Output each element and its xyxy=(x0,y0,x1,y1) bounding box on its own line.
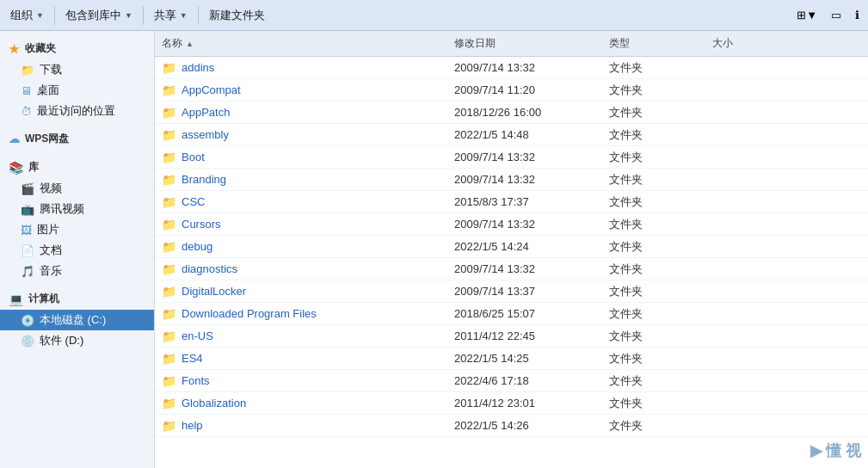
file-list[interactable]: 📁 addins 2009/7/14 13:32 文件夹 📁 AppCompat… xyxy=(155,57,868,468)
table-row[interactable]: 📁 DigitalLocker 2009/7/14 13:37 文件夹 xyxy=(155,280,868,303)
tencent-icon: 📺 xyxy=(21,203,34,216)
file-name-cell: 📁 addins xyxy=(155,61,447,75)
organize-button[interactable]: 组织 ▼ xyxy=(3,4,51,27)
share-button[interactable]: 共享 ▼ xyxy=(147,4,194,27)
table-row[interactable]: 📁 CSC 2015/8/3 17:37 文件夹 xyxy=(155,191,868,213)
col-header-size[interactable]: 大小 xyxy=(705,34,868,52)
view-info-button[interactable]: ℹ xyxy=(850,5,865,25)
file-name-cell: 📁 help xyxy=(155,419,447,433)
file-date-cell: 2022/1/5 14:24 xyxy=(447,240,602,253)
file-name: debug xyxy=(182,240,212,253)
table-row[interactable]: 📁 help 2022/1/5 14:26 文件夹 xyxy=(155,415,868,437)
sidebar-item-recent[interactable]: ⏱ 最近访问的位置 xyxy=(0,101,154,121)
file-type-cell: 文件夹 xyxy=(602,396,705,411)
file-date-cell: 2009/7/14 13:32 xyxy=(447,151,602,163)
include-label: 包含到库中 xyxy=(65,8,121,23)
file-date-cell: 2009/7/14 13:37 xyxy=(447,285,602,298)
table-row[interactable]: 📁 en-US 2011/4/12 22:45 文件夹 xyxy=(155,325,868,348)
sidebar-item-video[interactable]: 🎬 视频 xyxy=(0,178,154,199)
sidebar-computer-section: 💻 计算机 💿 本地磁盘 (C:) 💿 软件 (D:) xyxy=(0,288,154,351)
table-row[interactable]: 📁 addins 2009/7/14 13:32 文件夹 xyxy=(155,57,868,79)
sidebar-library-section: 📚 库 🎬 视频 📺 腾讯视频 🖼 图片 📄 文档 🎵 音乐 xyxy=(0,157,154,281)
file-date-cell: 2018/12/26 16:00 xyxy=(447,106,602,119)
table-row[interactable]: 📁 diagnostics 2009/7/14 13:32 文件夹 xyxy=(155,258,868,280)
folder-icon: 📁 xyxy=(21,64,34,77)
file-type-cell: 文件夹 xyxy=(602,83,705,98)
new-folder-button[interactable]: 新建文件夹 xyxy=(202,4,272,27)
col-header-date[interactable]: 修改日期 xyxy=(447,34,602,52)
sidebar-item-music[interactable]: 🎵 音乐 xyxy=(0,261,154,281)
sidebar-library-label: 库 xyxy=(28,160,39,175)
table-row[interactable]: 📁 Boot 2009/7/14 13:32 文件夹 xyxy=(155,146,868,169)
table-row[interactable]: 📁 debug 2022/1/5 14:24 文件夹 xyxy=(155,236,868,258)
file-name-cell: 📁 Boot xyxy=(155,151,447,164)
sort-arrow-name: ▲ xyxy=(186,40,194,48)
file-date-cell: 2018/6/25 15:07 xyxy=(447,307,602,320)
organize-label: 组织 xyxy=(10,8,33,23)
table-row[interactable]: 📁 Cursors 2009/7/14 13:32 文件夹 xyxy=(155,213,868,236)
sidebar-item-local-disk[interactable]: 💿 本地磁盘 (C:) xyxy=(0,310,154,330)
sidebar-item-desktop[interactable]: 🖥 桌面 xyxy=(0,80,154,101)
table-row[interactable]: 📁 Branding 2009/7/14 13:32 文件夹 xyxy=(155,169,868,191)
file-name: Globalization xyxy=(182,397,246,410)
sidebar-item-download[interactable]: 📁 下载 xyxy=(0,59,154,80)
table-row[interactable]: 📁 Globalization 2011/4/12 23:01 文件夹 xyxy=(155,392,868,415)
sidebar-computer-label: 计算机 xyxy=(28,292,59,306)
table-row[interactable]: 📁 AppPatch 2018/12/26 16:00 文件夹 xyxy=(155,102,868,124)
folder-icon: 📁 xyxy=(162,397,176,410)
folder-icon: 📁 xyxy=(162,329,176,343)
file-type-cell: 文件夹 xyxy=(602,150,705,165)
file-type-cell: 文件夹 xyxy=(602,217,705,232)
file-date-cell: 2009/7/14 13:32 xyxy=(447,61,602,74)
file-type-cell: 文件夹 xyxy=(602,418,705,434)
file-name: AppPatch xyxy=(182,106,230,119)
local-disk-icon: 💿 xyxy=(21,314,34,327)
view-grid-button[interactable]: ⊞ ▼ xyxy=(791,5,822,25)
include-chevron: ▼ xyxy=(125,11,132,20)
file-name-cell: 📁 Cursors xyxy=(155,218,447,231)
folder-icon: 📁 xyxy=(162,374,176,388)
col-header-name[interactable]: 名称 ▲ xyxy=(155,34,447,52)
file-date-cell: 2015/8/3 17:37 xyxy=(447,195,602,208)
sidebar-item-software-disk[interactable]: 💿 软件 (D:) xyxy=(0,330,154,351)
folder-icon: 📁 xyxy=(162,61,176,75)
folder-icon: 📁 xyxy=(162,173,176,187)
table-row[interactable]: 📁 AppCompat 2009/7/14 11:20 文件夹 xyxy=(155,79,868,102)
file-name: Fonts xyxy=(182,374,210,387)
file-name: diagnostics xyxy=(182,262,237,275)
toolbar-sep-1 xyxy=(54,6,55,25)
file-name: AppCompat xyxy=(182,83,241,96)
sidebar-favorites-header[interactable]: ★ 收藏夹 xyxy=(0,38,154,59)
sidebar-recent-label: 最近访问的位置 xyxy=(37,103,115,119)
sidebar-favorites-label: 收藏夹 xyxy=(25,41,56,56)
folder-icon: 📁 xyxy=(162,218,176,231)
file-name-cell: 📁 CSC xyxy=(155,195,447,209)
table-row[interactable]: 📁 Downloaded Program Files 2018/6/25 15:… xyxy=(155,303,868,325)
file-name-cell: 📁 Branding xyxy=(155,173,447,187)
sidebar-wps-header[interactable]: ☁ WPS网盘 xyxy=(0,128,154,150)
sidebar-local-disk-label: 本地磁盘 (C:) xyxy=(40,312,106,328)
view-pane-button[interactable]: ▭ xyxy=(826,5,846,25)
toolbar: 组织 ▼ 包含到库中 ▼ 共享 ▼ 新建文件夹 ⊞ ▼ ▭ ℹ xyxy=(0,0,868,31)
sidebar-item-pictures[interactable]: 🖼 图片 xyxy=(0,219,154,240)
folder-icon: 📁 xyxy=(162,106,176,120)
sidebar-computer-header[interactable]: 💻 计算机 xyxy=(0,288,154,310)
file-name-cell: 📁 Fonts xyxy=(155,374,447,388)
table-row[interactable]: 📁 assembly 2022/1/5 14:48 文件夹 xyxy=(155,124,868,146)
share-label: 共享 xyxy=(154,8,176,23)
file-date-cell: 2009/7/14 13:32 xyxy=(447,262,602,275)
col-header-type[interactable]: 类型 xyxy=(602,34,705,52)
file-date-cell: 2009/7/14 13:32 xyxy=(447,218,602,231)
table-row[interactable]: 📁 ES4 2022/1/5 14:25 文件夹 xyxy=(155,348,868,370)
sidebar-item-docs[interactable]: 📄 文档 xyxy=(0,240,154,261)
file-name: Branding xyxy=(182,173,226,186)
recent-icon: ⏱ xyxy=(21,105,32,118)
sidebar-library-header[interactable]: 📚 库 xyxy=(0,157,154,178)
file-name-cell: 📁 AppPatch xyxy=(155,106,447,120)
sidebar-item-tencent[interactable]: 📺 腾讯视频 xyxy=(0,199,154,219)
file-name-cell: 📁 diagnostics xyxy=(155,262,447,276)
sidebar-docs-label: 文档 xyxy=(40,243,62,258)
sidebar-wps-label: WPS网盘 xyxy=(25,132,69,146)
table-row[interactable]: 📁 Fonts 2022/4/6 17:18 文件夹 xyxy=(155,370,868,392)
include-button[interactable]: 包含到库中 ▼ xyxy=(58,4,139,27)
